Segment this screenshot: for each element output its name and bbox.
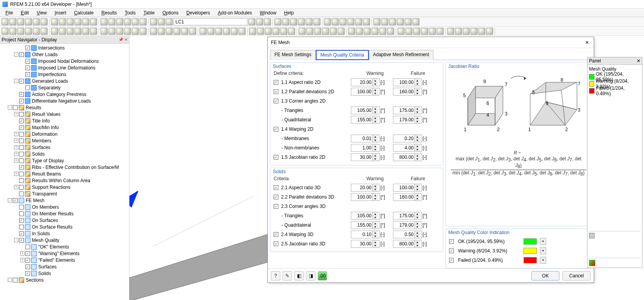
spin-down-icon[interactable]: ▼ [415,148,420,151]
checkbox[interactable]: ✓ [274,89,278,94]
expander-icon[interactable]: - [14,52,18,57]
checkbox[interactable]: ✓ [25,251,30,256]
checkbox[interactable] [19,211,24,216]
tree-item[interactable]: +✓"Failed" Elements [0,257,129,263]
checkbox[interactable] [13,105,18,110]
checkbox[interactable]: ✓ [25,271,30,276]
expander-icon[interactable]: + [20,251,25,256]
checkbox[interactable] [19,205,24,209]
warn-value[interactable] [351,185,372,190]
spin-down-icon[interactable]: ▼ [415,138,420,142]
spin-up-icon[interactable]: ▲ [415,154,420,157]
tree-item[interactable]: ✓Title Info [0,117,129,124]
warn-input[interactable]: ▲▼ [351,144,380,152]
spin-down-icon[interactable]: ▼ [373,110,378,114]
help-button[interactable]: ? [271,271,280,280]
toolbar-button[interactable] [272,18,273,25]
spin-up-icon[interactable]: ▲ [415,212,420,216]
checkbox[interactable] [19,192,24,196]
tree-item[interactable]: ✓Imperfections [0,71,129,78]
toolbar-button[interactable] [25,28,32,35]
checkbox[interactable] [25,85,30,90]
toolbar-button[interactable] [90,18,97,25]
toolbar-button[interactable] [150,28,157,35]
checkbox[interactable]: ✓ [274,241,278,246]
toolbar-button[interactable] [322,18,322,25]
warn-input[interactable]: ▲▼ [351,231,380,238]
spin-down-icon[interactable]: ▼ [373,138,378,142]
close-icon[interactable]: ✕ [584,39,591,46]
tree-item[interactable]: +Support Reactions [0,184,129,190]
toolbar-button[interactable] [49,18,50,25]
warn-value[interactable] [351,136,372,141]
menu-help[interactable]: Help [281,9,297,16]
warn-value[interactable] [351,232,372,237]
spin-down-icon[interactable]: ▼ [373,197,378,201]
toolbar-button[interactable] [373,18,380,25]
toolbar-button[interactable] [264,18,271,25]
fail-value[interactable] [393,185,414,190]
spin-up-icon[interactable]: ▲ [415,231,420,234]
checkbox[interactable] [25,245,30,249]
spin-up-icon[interactable]: ▲ [373,116,378,120]
fail-value[interactable] [393,232,414,237]
toolbar-button[interactable] [41,18,48,25]
toolbar-button[interactable] [166,18,173,25]
fail-value[interactable] [393,108,414,113]
toolbar-button[interactable] [101,28,108,35]
menu-table[interactable]: Table [140,9,158,16]
toolbar-button[interactable] [471,28,478,35]
expander-icon[interactable]: - [8,105,12,110]
toolbar-button[interactable] [74,18,81,25]
fail-value[interactable] [393,89,414,94]
tab-mesh-quality-criteria[interactable]: Mesh Quality Criteria [316,50,369,60]
toolbar-button[interactable] [356,28,363,35]
checkbox[interactable]: ✓ [25,46,30,50]
toolbar-button[interactable] [324,18,331,25]
spin-up-icon[interactable]: ▲ [415,144,420,148]
tool-button-3[interactable]: .00 [318,271,327,280]
toolbar-button[interactable] [364,28,371,35]
spin-down-icon[interactable]: ▼ [373,92,378,95]
menu-file[interactable]: File [2,9,16,16]
toolbar-button[interactable] [486,28,493,35]
tree-item[interactable]: -Results [0,104,129,111]
fail-input[interactable]: ▲▼ [393,231,422,238]
toolbar-button[interactable] [148,18,149,25]
warn-input[interactable]: ▲▼ [351,135,380,142]
spin-up-icon[interactable]: ▲ [373,212,378,216]
toolbar-button[interactable] [332,18,339,25]
toolbar-button[interactable] [124,28,131,35]
toolbar-button[interactable] [397,18,404,25]
spin-up-icon[interactable]: ▲ [373,222,378,225]
fail-input[interactable]: ▲▼ [393,212,422,220]
checkbox[interactable] [19,145,24,150]
checkbox[interactable]: ✓ [274,155,278,160]
panel-tab-icon[interactable] [589,233,594,238]
toolbar-button[interactable] [495,28,495,35]
toolbar-button[interactable] [59,18,66,25]
checkbox[interactable]: ✓ [274,99,278,103]
tab-adaptive-mesh-refinement[interactable]: Adaptive Mesh Refinement [369,50,433,60]
chevron-down-icon[interactable]: ▾ [540,257,546,264]
spin-up-icon[interactable]: ▲ [415,107,420,110]
checkbox[interactable]: ✓ [19,119,24,123]
checkbox[interactable] [19,138,24,143]
spin-down-icon[interactable]: ▼ [373,216,378,219]
toolbar-button[interactable] [49,28,50,35]
toolbar-button[interactable] [478,28,485,35]
expander-icon[interactable]: + [14,132,18,136]
checkbox[interactable]: ✓ [19,79,24,83]
spin-down-icon[interactable]: ▼ [373,120,378,123]
toolbar-button[interactable] [463,28,470,35]
toolbar-button[interactable] [396,28,396,35]
fail-input[interactable]: ▲▼ [393,144,422,152]
spin-up-icon[interactable]: ▲ [415,222,420,225]
checkbox[interactable]: ✓ [449,249,454,253]
toolbar-button[interactable] [372,18,372,25]
fail-value[interactable] [393,154,414,160]
checkbox[interactable]: ✓ [13,198,18,203]
panel-bottom-icon[interactable] [589,260,595,266]
fail-value[interactable] [393,241,414,247]
checkbox[interactable]: ✓ [274,127,278,131]
